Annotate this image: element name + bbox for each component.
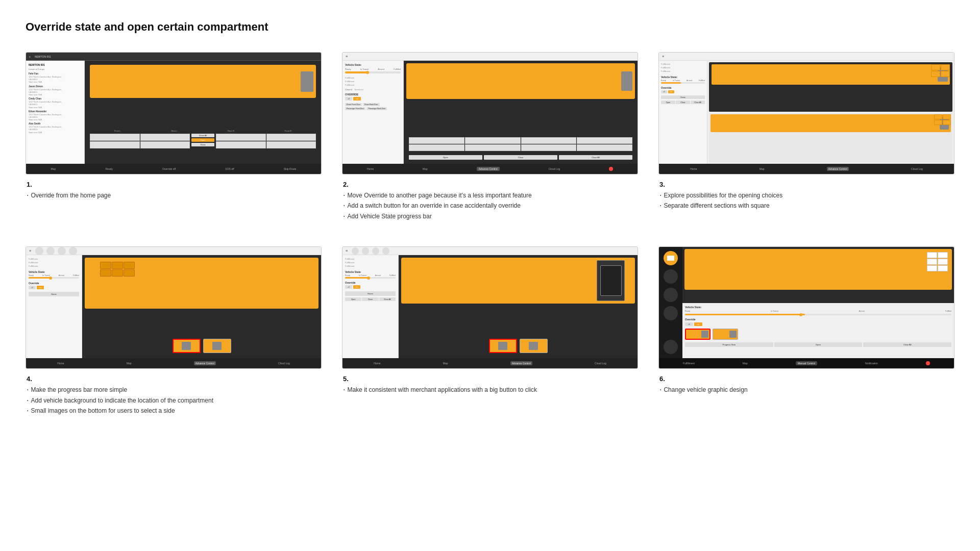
card-6-number: 6. [659,375,953,383]
mockup-4: ≡ Fulfillment Fulfillment Fulfillment [26,246,322,369]
cards-grid: ≡ NEWTON 001 NEWTON 001 Loaner at 5 stop… [26,52,954,415]
card-2-bullets: Move Override to another page because it… [343,191,637,221]
mockup-5: ≡ Fulfillment Fulfillment Fulfillment [342,246,638,369]
card-6: Vehicle State: ReadyIn TransitArrivedFul… [658,246,954,415]
card-2-bullet-3: Add Vehicle State progress bar [343,212,637,221]
card-4-annotation: 4. Make the progress bar more simple Add… [26,375,322,415]
card-1-number: 1. [27,181,321,188]
card-2-bullet-2: Add a switch button for an override in c… [343,202,637,210]
card-3-number: 3. [659,181,953,188]
card-4-bullet-1: Make the progress bar more simple [27,386,321,394]
card-4: ≡ Fulfillment Fulfillment Fulfillment [26,246,322,415]
card-2-bullet-1: Move Override to another page because it… [343,191,637,200]
card-5-number: 5. [343,375,637,383]
page-title: Override state and open certain compartm… [26,20,954,34]
mockup-6: Vehicle State: ReadyIn TransitArrivedFul… [658,246,954,369]
card-5: ≡ Fulfillment Fulfillment Fulfillment [342,246,638,415]
card-5-bullets: Make it consistent with merchant applica… [343,386,637,394]
card-6-annotation: 6. Change vehicle graphic design [658,375,954,394]
card-1-bullets: Override from the home page [27,191,321,200]
card-6-bullets: Change vehicle graphic design [659,386,953,394]
mockup-1: ≡ NEWTON 001 NEWTON 001 Loaner at 5 stop… [26,52,322,174]
card-1-annotation: 1. Override from the home page [26,181,322,200]
card-4-bullets: Make the progress bar more simple Add ve… [27,386,321,415]
card-3-bullet-1: Explore possibilities for the opening ch… [659,191,953,200]
card-6-bullet-1: Change vehicle graphic design [659,386,953,394]
card-4-bullet-3: Small images on the bottom for users to … [27,407,321,415]
card-4-bullet-2: Add vehicle background to indicate the l… [27,396,321,405]
card-3-bullets: Explore possibilities for the opening ch… [659,191,953,211]
mockup-2: ≡ Vehicle State: ReadyIn TransitArrivedF… [342,52,638,174]
card-1: ≡ NEWTON 001 NEWTON 001 Loaner at 5 stop… [26,52,322,221]
card-2: ≡ Vehicle State: ReadyIn TransitArrivedF… [342,52,638,221]
card-5-bullet-1: Make it consistent with merchant applica… [343,386,637,394]
card-2-annotation: 2. Move Override to another page because… [342,181,638,221]
card-3-bullet-2: Separate different sections with square [659,202,953,210]
card-1-bullet-1: Override from the home page [27,191,321,200]
card-3: ≡ Fulfillment Fulfillment Fulfillment Ve… [658,52,954,221]
card-2-number: 2. [343,181,637,188]
card-4-number: 4. [27,375,321,383]
card-3-annotation: 3. Explore possibilities for the opening… [658,181,954,211]
card-5-annotation: 5. Make it consistent with merchant appl… [342,375,638,394]
mockup-3: ≡ Fulfillment Fulfillment Fulfillment Ve… [658,52,954,174]
